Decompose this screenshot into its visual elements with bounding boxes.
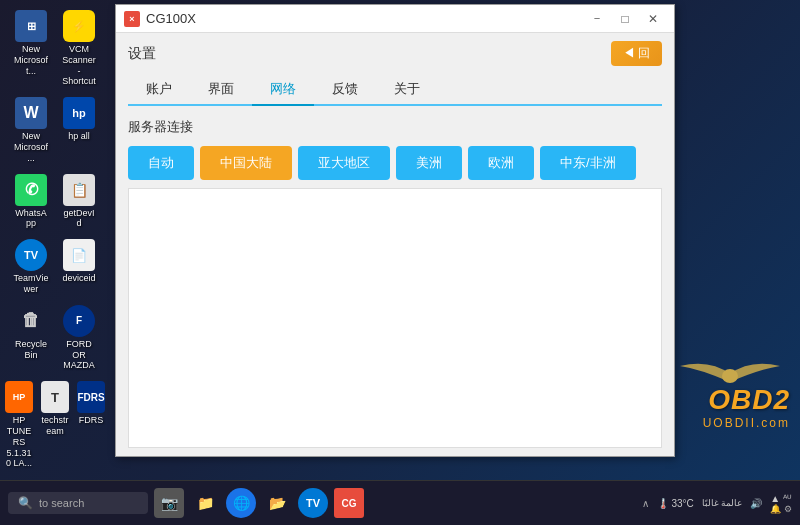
hptuners-icon: HP xyxy=(5,381,33,413)
icon-row-4: TV TeamViewer 📄 deviceid xyxy=(4,237,106,297)
icon-row-2: W New Microsof... hp hp all xyxy=(4,95,106,165)
taskbar-folder-icon[interactable]: 📁 xyxy=(190,488,220,518)
systray-expand-icon[interactable]: ∧ xyxy=(642,498,649,509)
search-label: to search xyxy=(39,497,84,509)
techstream-icon: T xyxy=(41,381,69,413)
systray-network-icon: 🔊 xyxy=(750,498,762,509)
hptuners-label: HP TUNERS 5.1.310 LA... xyxy=(5,415,33,469)
word-icon: W xyxy=(15,97,47,129)
desktop-icon-fdrs[interactable]: FDRS FDRS xyxy=(75,379,107,471)
back-button[interactable]: ◀ 回 xyxy=(611,41,662,66)
desktop-icon-hptuners[interactable]: HP HP TUNERS 5.1.310 LA... xyxy=(3,379,35,471)
icon-row-6: HP HP TUNERS 5.1.310 LA... T techstream … xyxy=(4,379,106,471)
fdrs-icon: FDRS xyxy=(77,381,105,413)
region-mideast[interactable]: 中东/非洲 xyxy=(540,146,636,180)
taskbar-search-box[interactable]: 🔍 to search xyxy=(8,492,148,514)
deviceid-label: deviceid xyxy=(62,273,95,284)
new-microsoft-icon: ⊞ xyxy=(15,10,47,42)
ford-icon: F xyxy=(63,305,95,337)
word-label: New Microsof... xyxy=(13,131,49,163)
deviceid-icon: 📄 xyxy=(63,239,95,271)
window-title: CG100X xyxy=(146,11,584,26)
search-icon: 🔍 xyxy=(18,496,33,510)
desktop-icon-area: ⊞ New Microsoft... ⚡ VCM Scanner - Short… xyxy=(0,0,110,480)
hp-label: hp all xyxy=(68,131,90,142)
desktop-icon-hp[interactable]: hp hp all xyxy=(59,95,99,165)
recycle-icon: 🗑 xyxy=(15,305,47,337)
taskbar: 🔍 to search 📷 📁 🌐 📂 TV CG ∧ 🌡️ 33°C عالم… xyxy=(0,480,800,525)
fdrs-label: FDRS xyxy=(79,415,104,426)
whatsapp-icon: ✆ xyxy=(15,174,47,206)
vcm-scanner-icon: ⚡ xyxy=(63,10,95,42)
section-title: 服务器连接 xyxy=(128,118,662,136)
hp-icon: hp xyxy=(63,97,95,129)
whatsapp-label: WhatsApp xyxy=(13,208,49,230)
vcm-scanner-label: VCM Scanner - Shortcut xyxy=(61,44,97,87)
techstream-label: techstream xyxy=(41,415,69,437)
desktop-icon-vcm-scanner[interactable]: ⚡ VCM Scanner - Shortcut xyxy=(59,8,99,89)
desktop-icon-techstream[interactable]: T techstream xyxy=(39,379,71,471)
tab-ui[interactable]: 界面 xyxy=(190,74,252,104)
taskbar-files-icon[interactable]: 📂 xyxy=(262,488,292,518)
desktop-icon-word[interactable]: W New Microsof... xyxy=(11,95,51,165)
tab-account[interactable]: 账户 xyxy=(128,74,190,104)
desktop-icon-new-microsoft[interactable]: ⊞ New Microsoft... xyxy=(11,8,51,89)
cg100x-window: × CG100X － □ ✕ 设置 ◀ 回 账户 界面 网络 反馈 关于 xyxy=(115,4,675,457)
recycle-label: Recycle Bin xyxy=(13,339,49,361)
desktop-icon-teamviewer[interactable]: TV TeamViewer xyxy=(11,237,51,297)
window-controls: － □ ✕ xyxy=(584,9,666,29)
minimize-button[interactable]: － xyxy=(584,9,610,29)
settings-header: 设置 ◀ 回 xyxy=(128,41,662,66)
getdevid-icon: 📋 xyxy=(63,174,95,206)
region-buttons-container: 自动 中国大陆 亚大地区 美洲 欧洲 中东/非洲 xyxy=(128,146,662,180)
settings-tabs: 账户 界面 网络 反馈 关于 xyxy=(128,74,662,106)
obd2-website-text: UOBDII.com xyxy=(670,416,790,430)
window-body: 设置 ◀ 回 账户 界面 网络 反馈 关于 服务器连接 自动 中国大陆 亚大地区… xyxy=(116,33,674,456)
taskbar-camera-icon[interactable]: 📷 xyxy=(154,488,184,518)
region-auto[interactable]: 自动 xyxy=(128,146,194,180)
window-titlebar: × CG100X － □ ✕ xyxy=(116,5,674,33)
desktop-icon-deviceid[interactable]: 📄 deviceid xyxy=(59,237,99,297)
tab-network[interactable]: 网络 xyxy=(252,74,314,106)
taskbar-teamviewer-tb-icon[interactable]: TV xyxy=(298,488,328,518)
desktop-icon-recycle[interactable]: 🗑 Recycle Bin xyxy=(11,303,51,373)
obd2-logo: OBD2 UOBDII.com xyxy=(670,354,790,430)
icon-row-1: ⊞ New Microsoft... ⚡ VCM Scanner - Short… xyxy=(4,8,106,89)
icon-row-3: ✆ WhatsApp 📋 getDevId xyxy=(4,172,106,232)
region-america[interactable]: 美洲 xyxy=(396,146,462,180)
desktop: ⊞ New Microsoft... ⚡ VCM Scanner - Short… xyxy=(0,0,800,480)
obd2-wings-icon xyxy=(670,354,790,384)
systray-temp: 🌡️ 33°C xyxy=(657,498,694,509)
region-europe[interactable]: 欧洲 xyxy=(468,146,534,180)
tab-feedback[interactable]: 反馈 xyxy=(314,74,376,104)
taskbar-system-tray: ∧ 🌡️ 33°C عالمة غالبًا 🔊 ▲ ᴬᵁ 🔔 ⚙ xyxy=(642,493,792,514)
ford-label: FORD OR MAZDA xyxy=(61,339,97,371)
content-area xyxy=(128,188,662,448)
systray-arabic: عالمة غالبًا xyxy=(702,498,743,508)
region-china[interactable]: 中国大陆 xyxy=(200,146,292,180)
desktop-icon-getdevid[interactable]: 📋 getDevId xyxy=(59,172,99,232)
icon-row-5: 🗑 Recycle Bin F FORD OR MAZDA xyxy=(4,303,106,373)
getdevid-label: getDevId xyxy=(61,208,97,230)
desktop-icon-ford-mazda[interactable]: F FORD OR MAZDA xyxy=(59,303,99,373)
teamviewer-label: TeamViewer xyxy=(13,273,49,295)
taskbar-cg-icon[interactable]: CG xyxy=(334,488,364,518)
window-app-icon: × xyxy=(124,11,140,27)
taskbar-clock: ▲ ᴬᵁ 🔔 ⚙ xyxy=(770,493,792,514)
taskbar-pinned-apps: 📷 📁 🌐 📂 TV CG xyxy=(154,488,364,518)
tab-about[interactable]: 关于 xyxy=(376,74,438,104)
region-asia[interactable]: 亚大地区 xyxy=(298,146,390,180)
new-microsoft-label: New Microsoft... xyxy=(13,44,49,76)
maximize-button[interactable]: □ xyxy=(612,9,638,29)
close-button[interactable]: ✕ xyxy=(640,9,666,29)
taskbar-chrome-icon[interactable]: 🌐 xyxy=(226,488,256,518)
teamviewer-icon: TV xyxy=(15,239,47,271)
desktop-icon-whatsapp[interactable]: ✆ WhatsApp xyxy=(11,172,51,232)
obd2-brand-text: OBD2 xyxy=(670,384,790,416)
settings-title: 设置 xyxy=(128,45,156,63)
svg-point-0 xyxy=(722,369,738,383)
